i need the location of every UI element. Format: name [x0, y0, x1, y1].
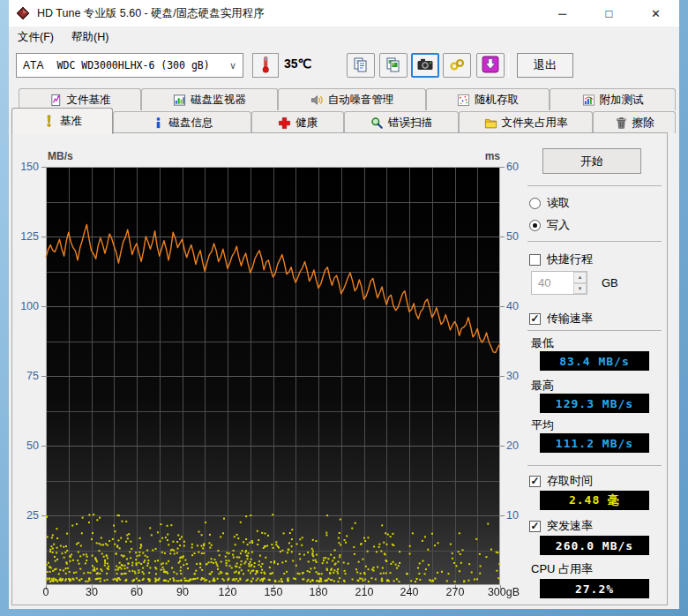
tab-disk-monitor[interactable]: 磁盘监视器 [141, 88, 278, 110]
read-radio-label: 读取 [547, 195, 570, 211]
x-tick: 0 [26, 586, 65, 598]
minimize-button[interactable]: ─ [539, 0, 586, 26]
panel-separator [527, 330, 662, 331]
write-mode-row: 写入 [529, 217, 570, 233]
tab-label: 健康 [295, 116, 318, 131]
tab-health[interactable]: 健康 [251, 111, 344, 133]
write-radio[interactable] [529, 220, 541, 231]
toolbar-separator [508, 53, 509, 78]
transfer-rate-checkbox[interactable] [529, 313, 541, 325]
folder-icon [484, 116, 497, 130]
download-arrow-icon [482, 56, 499, 76]
thermometer-icon [260, 56, 271, 76]
avg-label: 平均 [531, 417, 554, 433]
x-tick: 90 [163, 586, 202, 598]
tab-disk-info[interactable]: 磁盘信息 [113, 111, 251, 133]
close-button[interactable]: ✕ [632, 0, 679, 26]
y-tick: 25 [11, 509, 39, 522]
x-tick: 240 [390, 586, 429, 598]
tab-random-access[interactable]: 随机存取 [426, 88, 550, 110]
speaker-icon [310, 94, 324, 107]
tab-error-scan[interactable]: 错误扫描 [344, 111, 459, 133]
max-value-display: 129.3 MB/s [540, 394, 649, 413]
x-tick: 300gB [484, 586, 523, 598]
panel-separator [527, 241, 662, 242]
tab-label: 自动噪音管理 [328, 93, 394, 108]
benchmark-icon [42, 115, 56, 128]
access-time-row: 存取时间 [529, 473, 593, 489]
maximize-button[interactable]: □ [586, 0, 632, 26]
tab-label: 错误扫描 [388, 116, 432, 131]
transfer-rate-label: 传输速率 [547, 311, 593, 327]
chevron-down-icon: ∨ [229, 60, 236, 71]
window-controls: ─ □ ✕ [539, 0, 679, 26]
write-radio-label: 写入 [547, 217, 570, 233]
trash-icon [615, 116, 628, 130]
drive-selector-dropdown[interactable]: ATA WDC WD3000HLHX-6 (300 gB) ∨ [16, 53, 243, 78]
x-tick: 210 [345, 586, 384, 598]
access-time-checkbox[interactable] [529, 476, 541, 487]
extra-tests-icon [582, 94, 595, 107]
tab-label: 磁盘信息 [169, 116, 213, 131]
spin-down-icon[interactable]: ▼ [573, 283, 587, 295]
read-mode-row: 读取 [529, 195, 570, 211]
benchmark-chart [41, 162, 505, 590]
spinner-value: 40 [532, 272, 573, 294]
y-tick-right: 50 [506, 230, 535, 243]
tab-erase[interactable]: 擦除 [593, 111, 676, 133]
update-button[interactable] [476, 53, 505, 78]
disk-monitor-icon [173, 94, 186, 107]
temperature-button[interactable] [252, 53, 279, 78]
panel-separator [527, 465, 662, 466]
cpu-usage-label: CPU 占用率 [531, 561, 593, 577]
short-stroke-row: 快捷行程 [529, 252, 593, 267]
copy-text-button[interactable] [347, 53, 375, 78]
y-tick: 125 [11, 230, 39, 243]
tab-label: 文件夹占用率 [502, 116, 568, 131]
title-bar: HD Tune 专业版 5.60 - 硬盘/固态硬盘实用程序 ─ □ ✕ [9, 0, 679, 26]
y-left-axis-unit: MB/s [48, 150, 73, 162]
tab-folder-usage[interactable]: 文件夹占用率 [459, 111, 593, 133]
menu-bar: 文件(F) 帮助(H) [9, 26, 679, 48]
copy-image-button[interactable] [379, 53, 408, 78]
x-tick: 120 [208, 586, 247, 598]
tab-label: 随机存取 [475, 93, 519, 108]
desktop: { "window": { "title": "HD Tune 专业版 5.60… [0, 0, 688, 616]
screenshot-button[interactable] [411, 53, 439, 78]
camera-icon [416, 57, 434, 74]
short-stroke-checkbox[interactable] [529, 254, 541, 266]
burst-rate-checkbox[interactable] [529, 521, 541, 532]
burst-rate-row: 突发速率 [529, 518, 593, 534]
toolbar: ATA WDC WD3000HLHX-6 (300 gB) ∨ 35℃ [9, 48, 679, 86]
y-tick: 100 [11, 300, 39, 312]
tab-extra-tests[interactable]: 附加测试 [550, 88, 676, 110]
min-label: 最低 [531, 335, 554, 351]
tab-label: 磁盘监视器 [191, 93, 246, 108]
x-tick: 150 [254, 586, 293, 598]
y-tick: 50 [11, 439, 39, 452]
health-cross-icon [278, 116, 291, 130]
y-right-axis-unit: ms [474, 150, 500, 162]
menu-help[interactable]: 帮助(H) [63, 27, 117, 48]
spin-up-icon[interactable]: ▲ [573, 272, 587, 283]
y-tick-right: 40 [506, 300, 535, 312]
file-benchmark-icon [49, 94, 63, 107]
y-tick-right: 10 [506, 509, 535, 522]
start-button[interactable]: 开始 [542, 148, 641, 174]
y-tick-right: 20 [506, 439, 535, 452]
tab-benchmark[interactable]: 基准 [11, 108, 113, 134]
exit-button[interactable]: 退出 [517, 53, 573, 78]
read-radio[interactable] [529, 198, 541, 209]
cpu-usage-display: 27.2% [540, 579, 649, 598]
acoustic-manager-icon [449, 56, 465, 75]
access-time-display: 2.48 毫 [540, 491, 649, 510]
short-stroke-size-spinner[interactable]: 40 ▲ ▼ [531, 271, 587, 295]
info-icon [152, 116, 165, 130]
acoustic-manager-button[interactable] [443, 53, 471, 78]
y-tick-right: 30 [506, 370, 535, 382]
copy-text-icon [353, 56, 369, 75]
menu-file[interactable]: 文件(F) [9, 27, 63, 48]
window-title: HD Tune 专业版 5.60 - 硬盘/固态硬盘实用程序 [37, 6, 265, 21]
burst-rate-label: 突发速率 [547, 518, 593, 534]
tab-auto-acoustic[interactable]: 自动噪音管理 [278, 88, 426, 110]
